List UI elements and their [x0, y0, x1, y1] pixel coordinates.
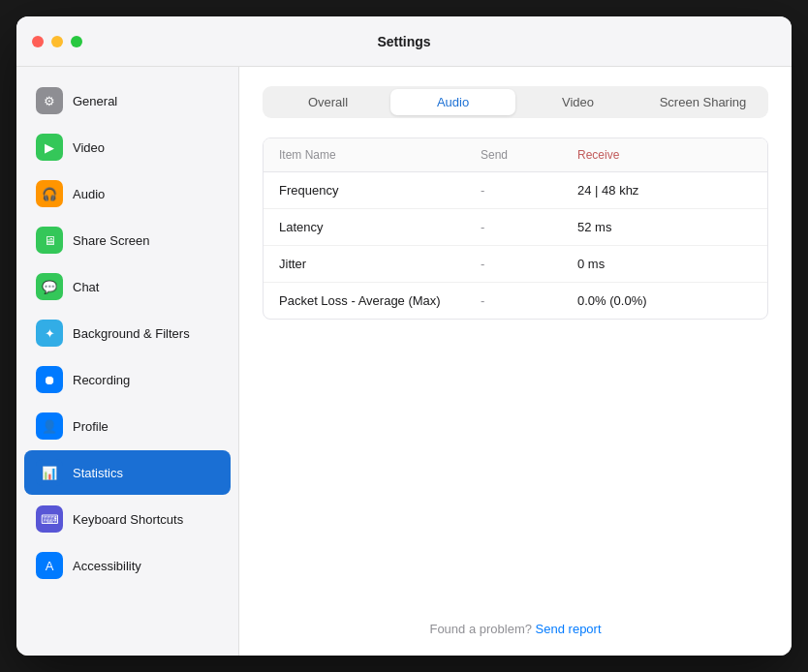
- maximize-button[interactable]: [71, 36, 82, 47]
- send-report-link[interactable]: Send report: [536, 622, 602, 636]
- col-receive-header: Receive: [577, 148, 752, 162]
- col-item-header: Item Name: [279, 148, 481, 162]
- sidebar-label-keyboard: Keyboard Shortcuts: [73, 512, 183, 527]
- sidebar-item-chat[interactable]: 💬 Chat: [24, 264, 231, 309]
- row-send: -: [481, 293, 577, 308]
- profile-icon: 👤: [36, 412, 63, 440]
- table-row: Jitter - 0 ms: [264, 246, 767, 283]
- close-button[interactable]: [32, 36, 44, 47]
- sidebar-label-statistics: Statistics: [73, 466, 123, 480]
- row-receive: 0.0% (0.0%): [577, 293, 752, 308]
- row-send: -: [481, 183, 577, 198]
- recording-icon: ⏺: [36, 366, 63, 393]
- tabs-bar: OverallAudioVideoScreen Sharing: [263, 86, 768, 118]
- sidebar-label-chat: Chat: [73, 280, 99, 294]
- sidebar-item-background[interactable]: ✦ Background & Filters: [24, 311, 231, 355]
- minimize-button[interactable]: [51, 36, 63, 47]
- sidebar-item-recording[interactable]: ⏺ Recording: [24, 357, 231, 402]
- sidebar-item-video[interactable]: ▶ Video: [24, 125, 231, 169]
- row-receive: 52 ms: [577, 220, 752, 234]
- general-icon: ⚙: [36, 87, 63, 114]
- sidebar-item-accessibility[interactable]: A Accessibility: [24, 543, 231, 588]
- row-item: Frequency: [279, 183, 481, 198]
- sidebar-item-general[interactable]: ⚙ General: [24, 78, 231, 123]
- table-row: Frequency - 24 | 48 khz: [264, 172, 767, 209]
- sidebar-item-profile[interactable]: 👤 Profile: [24, 404, 231, 448]
- chat-icon: 💬: [36, 273, 63, 300]
- footer: Found a problem? Send report: [263, 610, 768, 636]
- col-send-header: Send: [481, 148, 577, 162]
- row-item: Jitter: [279, 257, 481, 271]
- tab-screen-sharing[interactable]: Screen Sharing: [640, 89, 765, 115]
- footer-text: Found a problem?: [429, 622, 532, 636]
- window-title: Settings: [377, 34, 430, 49]
- table-row: Packet Loss - Average (Max) - 0.0% (0.0%…: [264, 283, 767, 319]
- main-content: ⚙ General ▶ Video 🎧 Audio 🖥 Share Screen…: [16, 67, 792, 656]
- titlebar: Settings: [16, 16, 792, 67]
- table-row: Latency - 52 ms: [264, 209, 767, 246]
- keyboard-icon: ⌨: [36, 505, 63, 533]
- accessibility-icon: A: [36, 552, 63, 579]
- row-item: Packet Loss - Average (Max): [279, 293, 481, 308]
- table-header: Item Name Send Receive: [264, 138, 767, 172]
- audio-icon: 🎧: [36, 180, 63, 207]
- stats-table: Item Name Send Receive Frequency - 24 | …: [263, 137, 768, 320]
- sidebar-label-profile: Profile: [73, 419, 109, 434]
- sidebar-label-video: Video: [73, 140, 105, 155]
- row-receive: 24 | 48 khz: [577, 183, 752, 198]
- row-send: -: [481, 257, 577, 271]
- row-receive: 0 ms: [577, 257, 752, 271]
- sidebar-label-background: Background & Filters: [73, 326, 190, 341]
- sidebar-label-accessibility: Accessibility: [73, 559, 141, 573]
- sidebar-label-share-screen: Share Screen: [73, 233, 150, 248]
- settings-window: Settings ⚙ General ▶ Video 🎧 Audio 🖥 Sha…: [16, 16, 792, 656]
- background-icon: ✦: [36, 320, 63, 347]
- traffic-lights: [32, 36, 82, 47]
- row-item: Latency: [279, 220, 481, 234]
- sidebar-label-general: General: [73, 94, 117, 108]
- main-panel: OverallAudioVideoScreen Sharing Item Nam…: [239, 67, 792, 656]
- sidebar: ⚙ General ▶ Video 🎧 Audio 🖥 Share Screen…: [16, 67, 239, 656]
- tab-audio[interactable]: Audio: [390, 89, 515, 115]
- sidebar-item-share-screen[interactable]: 🖥 Share Screen: [24, 218, 231, 262]
- sidebar-label-recording: Recording: [73, 373, 130, 387]
- row-send: -: [481, 220, 577, 234]
- sidebar-item-statistics[interactable]: 📊 Statistics: [24, 450, 231, 495]
- video-icon: ▶: [36, 134, 63, 161]
- statistics-icon: 📊: [36, 459, 63, 486]
- sidebar-label-audio: Audio: [73, 187, 105, 201]
- tab-overall[interactable]: Overall: [265, 89, 390, 115]
- sidebar-item-audio[interactable]: 🎧 Audio: [24, 171, 231, 216]
- share-screen-icon: 🖥: [36, 227, 63, 254]
- tab-video[interactable]: Video: [515, 89, 640, 115]
- sidebar-item-keyboard[interactable]: ⌨ Keyboard Shortcuts: [24, 497, 231, 541]
